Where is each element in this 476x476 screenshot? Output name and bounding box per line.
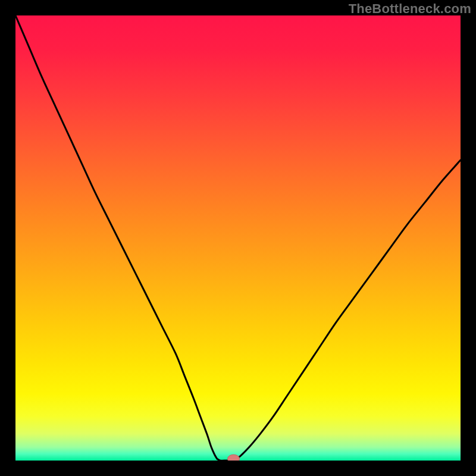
optimum-marker xyxy=(228,455,240,461)
outer-frame: TheBottleneck.com xyxy=(0,0,476,476)
chart-svg xyxy=(15,15,461,461)
plot-area xyxy=(15,15,461,461)
watermark-text: TheBottleneck.com xyxy=(349,1,471,17)
gradient-background xyxy=(15,15,461,461)
